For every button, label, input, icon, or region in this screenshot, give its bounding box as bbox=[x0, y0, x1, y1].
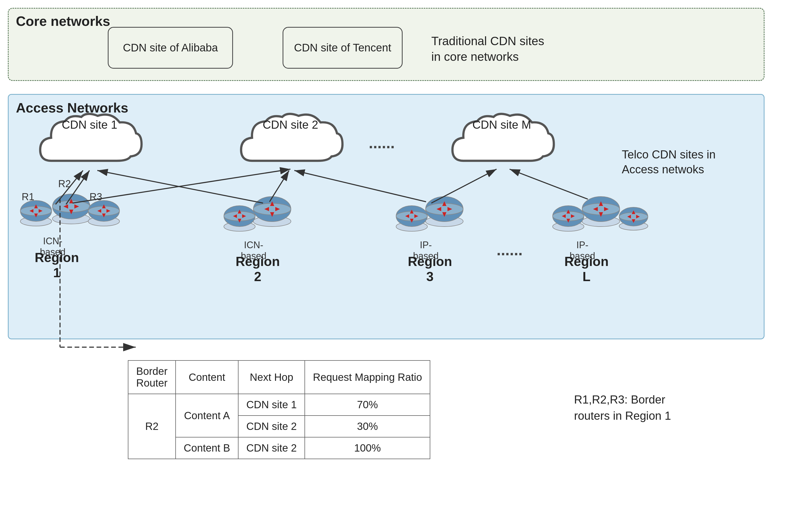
cdn-traditional-label: Traditional CDN sitesin core networks bbox=[431, 33, 544, 65]
router-r2-cell: R2 bbox=[128, 394, 176, 459]
cdn-alibaba-label: CDN site of Alibaba bbox=[123, 42, 218, 54]
col-header-nexthop: Next Hop bbox=[238, 360, 305, 394]
cdn-tencent-box: CDN site of Tencent bbox=[282, 27, 403, 69]
table-row-1: R2 Content A CDN site 1 70% bbox=[128, 394, 430, 415]
access-networks-box: Access Networks Telco CDN sites inAccess… bbox=[8, 94, 765, 339]
r2-tag: R2 bbox=[58, 178, 71, 189]
col-header-ratio: Request Mapping Ratio bbox=[305, 360, 430, 394]
col-header-content: Content bbox=[176, 360, 238, 394]
rl-right-router-icon bbox=[618, 206, 649, 232]
ratio-100-cell: 100% bbox=[305, 437, 430, 459]
cdn-alibaba-box: CDN site of Alibaba bbox=[108, 27, 233, 69]
core-networks-box: Core networks CDN site of Alibaba CDN si… bbox=[8, 8, 765, 81]
cdn-dots-separator: ...... bbox=[369, 134, 395, 152]
region-1-label: Region 1 bbox=[35, 250, 79, 280]
region-3-label: Region 3 bbox=[408, 254, 452, 284]
nexthop-cdn1-cell: CDN site 1 bbox=[238, 394, 305, 415]
ratio-70-cell: 70% bbox=[305, 394, 430, 415]
content-b-cell: Content B bbox=[176, 437, 238, 459]
r3-center-router-icon bbox=[423, 194, 465, 228]
core-networks-label: Core networks bbox=[16, 13, 110, 29]
r3-router-icon bbox=[87, 199, 121, 228]
routing-table: BorderRouter Content Next Hop Request Ma… bbox=[128, 360, 430, 459]
cdn-site-m-cloud: CDN site M bbox=[447, 110, 556, 178]
content-a-cell: Content A bbox=[176, 394, 238, 437]
r1r2r3-note: R1,R2,R3: Borderrouters in Region 1 bbox=[574, 391, 671, 424]
nexthop-cdn2-cell: CDN site 2 bbox=[238, 415, 305, 437]
ratio-30-cell: 30% bbox=[305, 415, 430, 437]
routing-table-area: BorderRouter Content Next Hop Request Ma… bbox=[128, 360, 430, 459]
rl-center-router-icon bbox=[580, 194, 622, 228]
cdn-site-1-label: CDN site 1 bbox=[35, 118, 144, 131]
r2-router-icon bbox=[50, 191, 92, 225]
region-l-label: Region L bbox=[564, 254, 608, 284]
cdn-tencent-label: CDN site of Tencent bbox=[294, 42, 391, 54]
nexthop-cdn2b-cell: CDN site 2 bbox=[238, 437, 305, 459]
region-2-label: Region 2 bbox=[236, 254, 280, 284]
cdn-site-2-label: CDN site 2 bbox=[236, 118, 345, 131]
region-dots-separator: ...... bbox=[496, 241, 523, 259]
cdn-site-2-cloud: CDN site 2 bbox=[236, 110, 345, 178]
col-header-router: BorderRouter bbox=[128, 360, 176, 394]
r1-router-icon bbox=[19, 199, 53, 228]
telco-cdn-label: Telco CDN sites inAccess netwoks bbox=[622, 147, 715, 177]
r2-center-router-icon bbox=[251, 194, 293, 228]
cdn-site-m-label: CDN site M bbox=[447, 118, 556, 131]
cdn-site-1-cloud: CDN site 1 bbox=[35, 110, 144, 178]
